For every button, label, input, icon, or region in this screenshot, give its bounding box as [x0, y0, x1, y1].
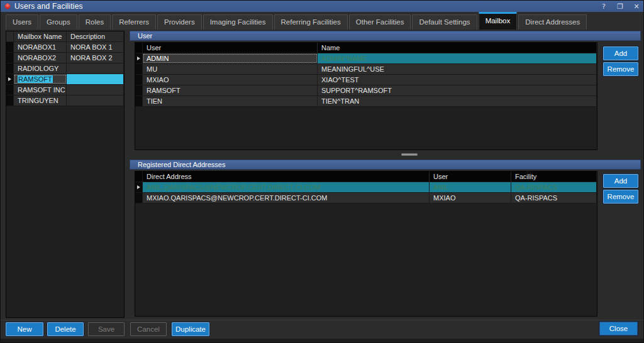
window-bottom-border: [1, 339, 644, 343]
user-table: User Name ADMIN ADMIN^NAME MU MEANINGFUL…: [135, 42, 597, 150]
row-selector[interactable]: [135, 85, 143, 95]
user-cell[interactable]: MU: [143, 64, 318, 74]
app-icon: [4, 3, 11, 9]
description-cell[interactable]: NORA BOX 2: [67, 53, 124, 63]
row-selector[interactable]: [6, 95, 14, 106]
current-row-marker-icon[interactable]: [135, 53, 143, 63]
name-cell[interactable]: TIEN^TRAN: [318, 96, 597, 106]
mailbox-name-cell[interactable]: TRINGUYEN: [14, 95, 67, 106]
direct-addresses-table: Direct Address User Facility ANIL.QARISP…: [135, 171, 597, 317]
window-title: Users and Facilities: [14, 2, 83, 11]
mailbox-name-cell[interactable]: NORABOX2: [14, 53, 67, 63]
direct-addresses-group-header: Registered Direct Addresses: [130, 160, 641, 170]
table-row[interactable]: RADIOLOGY: [6, 63, 124, 74]
column-header-user[interactable]: User: [430, 172, 511, 182]
row-selector-header: [135, 172, 143, 182]
tab-referring-facilities[interactable]: Referring Facilities: [274, 14, 348, 30]
table-row[interactable]: NORABOX2 NORA BOX 2: [6, 53, 124, 63]
tab-default-settings[interactable]: Default Settings: [412, 14, 477, 30]
user-cell[interactable]: MXIAO: [143, 75, 318, 85]
row-selector[interactable]: [6, 85, 14, 95]
save-button[interactable]: Save: [88, 322, 125, 336]
mailbox-name-cell[interactable]: NORABOX1: [14, 42, 67, 52]
description-cell[interactable]: [67, 85, 124, 95]
tab-bar: Users Groups Roles Referrers Providers I…: [1, 12, 644, 30]
table-row[interactable]: RAMSOFT INC: [6, 85, 124, 95]
column-header-user[interactable]: User: [143, 43, 318, 53]
facility-cell[interactable]: QA-RISPACS: [511, 193, 597, 203]
name-cell[interactable]: ADMIN^NAME: [318, 53, 597, 63]
delete-button[interactable]: Delete: [47, 322, 84, 336]
tab-imaging-facilities[interactable]: Imaging Facilities: [203, 14, 273, 30]
current-row-marker-icon[interactable]: [6, 74, 14, 84]
user-cell[interactable]: ADMIN: [143, 53, 318, 63]
description-cell-editing[interactable]: [67, 74, 124, 84]
user-cell[interactable]: RAMSOFT: [143, 85, 318, 95]
table-row-selected[interactable]: ANIL.QARISPACS@NEWCROP.CERT.DIRECT-CI.CO…: [135, 182, 597, 193]
selected-text: RAMSOFT: [18, 75, 53, 83]
column-header-facility[interactable]: Facility: [511, 172, 597, 182]
description-cell[interactable]: [67, 63, 124, 74]
row-selector-header: [6, 31, 14, 41]
mailbox-name-cell[interactable]: RADIOLOGY: [14, 63, 67, 74]
direct-table-header: Direct Address User Facility: [135, 172, 597, 182]
name-cell[interactable]: MEANINGFUL^USE: [318, 64, 597, 74]
row-selector[interactable]: [135, 64, 143, 74]
column-header-name[interactable]: Name: [318, 43, 597, 53]
table-row[interactable]: RAMSOFT SUPPORT^RAMSOFT: [135, 85, 597, 96]
table-row[interactable]: MU MEANINGFUL^USE: [135, 64, 597, 75]
table-row[interactable]: TRINGUYEN: [6, 95, 124, 106]
new-button[interactable]: New: [6, 322, 43, 336]
tab-providers[interactable]: Providers: [157, 14, 202, 30]
column-header-direct-address[interactable]: Direct Address: [143, 172, 430, 182]
column-header-mailbox-name[interactable]: Mailbox Name: [14, 31, 67, 41]
table-row[interactable]: MXIAO.QARISPACS@NEWCROP.CERT.DIRECT-CI.C…: [135, 193, 597, 204]
user-cell[interactable]: TIEN: [143, 96, 318, 106]
mailbox-name-cell[interactable]: RAMSOFT INC: [14, 85, 67, 95]
mailbox-table-header: Mailbox Name Description: [6, 31, 124, 42]
restore-icon[interactable]: ❐: [616, 3, 625, 11]
row-selector[interactable]: [135, 193, 143, 203]
description-cell[interactable]: [67, 95, 124, 106]
tab-direct-addresses[interactable]: Direct Addresses: [518, 14, 587, 30]
facility-cell[interactable]: QA-RISPACS: [511, 182, 597, 192]
row-selector[interactable]: [6, 63, 14, 74]
direct-address-cell[interactable]: ANIL.QARISPACS@NEWCROP.CERT.DIRECT-CI.CO…: [143, 182, 430, 192]
cancel-button[interactable]: Cancel: [130, 322, 167, 336]
current-row-marker-icon[interactable]: [135, 182, 143, 192]
tab-users[interactable]: Users: [6, 14, 38, 30]
row-selector-header: [135, 43, 143, 53]
column-header-description[interactable]: Description: [67, 31, 124, 41]
user-cell[interactable]: ANIL: [430, 182, 511, 192]
user-add-button[interactable]: Add: [603, 46, 638, 60]
users-and-facilities-window: Users and Facilities ? ❐ ✕ Users Groups …: [0, 0, 644, 343]
tab-groups[interactable]: Groups: [40, 14, 77, 30]
tab-roles[interactable]: Roles: [79, 14, 111, 30]
user-remove-button[interactable]: Remove: [603, 62, 638, 76]
direct-add-button[interactable]: Add: [603, 174, 638, 188]
row-selector[interactable]: [6, 42, 14, 52]
row-selector[interactable]: [135, 75, 143, 85]
tab-mailbox[interactable]: Mailbox: [479, 12, 518, 30]
tab-referrers[interactable]: Referrers: [112, 14, 156, 30]
mailbox-name-cell-editing[interactable]: RAMSOFT: [14, 74, 67, 84]
name-cell[interactable]: SUPPORT^RAMSOFT: [318, 85, 597, 95]
table-row[interactable]: NORABOX1 NORA BOX 1: [6, 42, 124, 53]
duplicate-button[interactable]: Duplicate: [172, 322, 209, 336]
table-row-selected[interactable]: ADMIN ADMIN^NAME: [135, 53, 597, 64]
description-cell[interactable]: NORA BOX 1: [67, 42, 124, 52]
direct-address-cell[interactable]: MXIAO.QARISPACS@NEWCROP.CERT.DIRECT-CI.C…: [143, 193, 430, 203]
table-row[interactable]: MXIAO XIAO^TEST: [135, 75, 597, 85]
direct-remove-button[interactable]: Remove: [603, 190, 638, 204]
row-selector[interactable]: [6, 53, 14, 63]
splitter-handle[interactable]: [401, 153, 418, 156]
table-row-selected[interactable]: RAMSOFT: [6, 74, 124, 85]
tab-other-facilities[interactable]: Other Facilities: [349, 14, 411, 30]
user-cell[interactable]: MXIAO: [430, 193, 511, 203]
close-icon[interactable]: ✕: [632, 3, 641, 11]
table-row[interactable]: TIEN TIEN^TRAN: [135, 96, 597, 107]
row-selector[interactable]: [135, 96, 143, 106]
name-cell[interactable]: XIAO^TEST: [318, 75, 597, 85]
help-icon[interactable]: ?: [599, 3, 608, 11]
close-button[interactable]: Close: [599, 322, 638, 335]
